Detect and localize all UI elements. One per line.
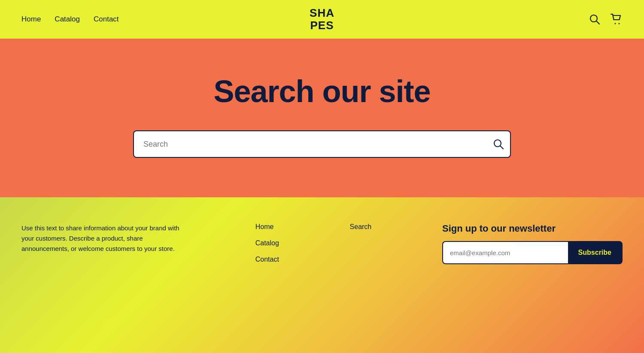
svg-line-1 [596,21,599,24]
footer-newsletter: Sign up to our newsletter Subscribe [442,223,623,264]
newsletter-email-input[interactable] [442,241,568,264]
main-nav: Home Catalog Contact [21,15,119,24]
search-input[interactable] [133,130,511,158]
footer-nav-catalog[interactable]: Catalog [255,239,279,247]
search-bar-container [133,130,511,158]
search-submit-button[interactable] [493,139,504,150]
cart-button[interactable] [611,14,623,25]
footer-nav-contact[interactable]: Contact [255,256,279,263]
hero-title: Search our site [213,74,430,109]
svg-line-5 [500,146,503,149]
site-header: Home Catalog Contact SHAPES [0,0,644,39]
search-submit-icon [493,139,504,150]
svg-point-3 [619,23,620,24]
footer-brand-text: Use this text to share information about… [21,223,185,254]
footer-nav-col1: Home Catalog Contact [255,223,279,263]
newsletter-form: Subscribe [442,241,623,264]
footer-brand: Use this text to share information about… [21,223,185,254]
footer-nav-search[interactable]: Search [350,223,372,231]
logo-text: SHAPES [310,7,334,31]
newsletter-title: Sign up to our newsletter [442,223,623,234]
search-button[interactable] [589,14,600,25]
nav-home[interactable]: Home [21,15,41,24]
footer-nav-home[interactable]: Home [255,223,279,231]
cart-icon [611,14,623,25]
hero-section: Search our site [0,39,644,197]
nav-catalog[interactable]: Catalog [55,15,80,24]
nav-contact[interactable]: Contact [94,15,119,24]
subscribe-button[interactable]: Subscribe [568,241,623,264]
footer-nav-col2: Search [350,223,372,231]
header-actions [589,14,623,25]
site-logo: SHAPES [310,7,334,31]
search-icon [589,14,600,25]
site-footer: Use this text to share information about… [0,197,644,353]
svg-point-2 [615,23,616,24]
